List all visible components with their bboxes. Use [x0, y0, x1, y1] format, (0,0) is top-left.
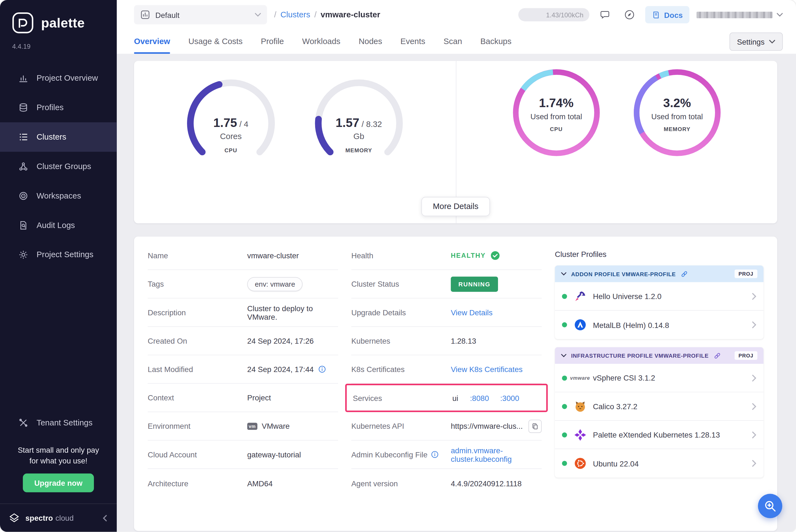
chevron-right-icon	[752, 374, 757, 381]
detail-row-k8s-certificates: K8s Certificates View K8s Certificates	[351, 355, 542, 384]
sidebar-item-audit-logs[interactable]: Audit Logs	[0, 211, 117, 240]
clusters-icon	[18, 132, 29, 142]
footer-brand-bold: spectro	[25, 514, 53, 522]
memory-gauge-value: 1.57	[336, 116, 359, 129]
detail-row-services-highlighted: Services ui :8080 :3000	[345, 384, 548, 412]
main-area: Default / Clusters / vmware-cluster 1.43…	[117, 0, 796, 532]
cpu-ring-subtitle: Used from total	[530, 112, 582, 120]
usage-credits-pill: 1.43/100kCh	[518, 8, 589, 21]
tab-profile[interactable]: Profile	[261, 30, 284, 54]
profile-pack-vsphere-csi[interactable]: vmware vSphere CSI 3.1.2	[555, 364, 764, 393]
sidebar-item-tenant-settings[interactable]: Tenant Settings	[0, 408, 117, 437]
profile-pack-metallb[interactable]: MetalLB (Helm) 0.14.8	[555, 310, 764, 339]
brand: palette	[0, 0, 117, 34]
metrics-card: 1.75 / 4 Cores CPU 1.57	[134, 61, 777, 223]
view-details-link[interactable]: View Details	[451, 308, 493, 317]
chevron-right-icon	[752, 293, 757, 300]
sidebar-item-project-overview[interactable]: Project Overview	[0, 63, 117, 93]
service-port-8080-link[interactable]: :8080	[470, 394, 489, 402]
tools-icon	[18, 417, 29, 428]
chevron-down-icon	[769, 40, 775, 44]
tab-workloads[interactable]: Workloads	[302, 30, 340, 54]
scope-badge: PROJ	[735, 351, 757, 360]
palette-logo-icon	[11, 11, 35, 35]
detail-row-last-modified: Last Modified 24 Sep 2024, 17:44	[148, 355, 338, 384]
settings-button[interactable]: Settings	[729, 33, 783, 51]
addon-profile-name: ADDON PROFILE VMWARE-PROFILE	[571, 271, 676, 277]
sidebar: palette 4.4.19 Project Overview Profiles…	[0, 0, 117, 532]
collapse-sidebar-icon[interactable]	[102, 514, 109, 521]
info-icon[interactable]	[318, 365, 326, 373]
addon-profile-header[interactable]: ADDON PROFILE VMWARE-PROFILE PROJ	[555, 265, 764, 282]
tab-usage-costs[interactable]: Usage & Costs	[188, 30, 243, 54]
details-middle-column: Health HEALTHY Cluster Status RUNNING	[351, 242, 542, 521]
project-chart-icon	[140, 10, 150, 20]
sidebar-item-profiles[interactable]: Profiles	[0, 93, 117, 122]
sidebar-item-workspaces[interactable]: Workspaces	[0, 181, 117, 211]
calico-icon	[573, 400, 587, 413]
info-icon[interactable]	[431, 451, 439, 458]
cpu-gauge: 1.75 / 4 Cores CPU	[183, 75, 279, 172]
more-details-button[interactable]: More Details	[421, 197, 490, 216]
project-selector[interactable]: Default	[134, 5, 267, 24]
account-menu[interactable]	[697, 11, 783, 18]
profile-pack-calico[interactable]: Calico 3.27.2	[555, 393, 764, 421]
link-icon[interactable]	[713, 352, 721, 359]
search-fab-button[interactable]	[758, 494, 782, 518]
detail-row-admin-kubeconfig: Admin Kubeconfig File admin.vmware-clust…	[351, 441, 542, 469]
link-icon[interactable]	[680, 270, 688, 278]
cpu-gauge-caption: CPU	[225, 147, 237, 153]
cluster-profiles-title: Cluster Profiles	[555, 250, 764, 258]
tab-backups[interactable]: Backups	[480, 30, 511, 54]
vmware-vm-icon: vm	[247, 422, 257, 430]
memory-gauge-total: / 8.32	[362, 120, 382, 128]
detail-row-kubernetes: Kubernetes 1.28.13	[351, 327, 542, 355]
tab-scan[interactable]: Scan	[443, 30, 462, 54]
infrastructure-profile-name: INFRASTRUCTURE PROFILE VMWARE-PROFILE	[571, 353, 708, 359]
chat-icon[interactable]	[596, 6, 614, 23]
cluster-tabs-bar: Overview Usage & Costs Profile Workloads…	[117, 30, 796, 54]
infrastructure-profile-header[interactable]: INFRASTRUCTURE PROFILE VMWARE-PROFILE PR…	[555, 347, 764, 364]
infrastructure-profile-section: INFRASTRUCTURE PROFILE VMWARE-PROFILE PR…	[555, 347, 764, 478]
chevron-down-icon	[255, 13, 261, 17]
sidebar-nav: Project Overview Profiles Clusters Clust…	[0, 63, 117, 269]
profile-pack-hello-universe[interactable]: Hello Universe 1.2.0	[555, 282, 764, 310]
view-k8s-certificates-link[interactable]: View K8s Certificates	[451, 365, 523, 374]
breadcrumb: / Clusters / vmware-cluster	[274, 10, 380, 19]
upgrade-now-button[interactable]: Upgrade now	[23, 474, 94, 492]
profile-pack-palette-extended-kubernetes[interactable]: Palette eXtended Kubernetes 1.28.13	[555, 421, 764, 449]
tab-nodes[interactable]: Nodes	[359, 30, 382, 54]
app-screen: palette 4.4.19 Project Overview Profiles…	[0, 0, 796, 532]
detail-row-description: Description Cluster to deploy to VMware.	[148, 299, 338, 327]
sidebar-item-clusters[interactable]: Clusters	[0, 122, 117, 152]
service-port-3000-link[interactable]: :3000	[500, 394, 519, 402]
breadcrumb-separator: /	[274, 10, 276, 19]
docs-button[interactable]: Docs	[645, 6, 689, 23]
health-status: HEALTHY	[451, 252, 486, 260]
sidebar-item-label: Tenant Settings	[37, 418, 93, 427]
breadcrumb-clusters-link[interactable]: Clusters	[280, 10, 310, 19]
cpu-gauge-unit: Cores	[220, 132, 242, 141]
sidebar-item-project-settings[interactable]: Project Settings	[0, 240, 117, 270]
chevron-right-icon	[752, 460, 757, 467]
profile-pack-ubuntu[interactable]: Ubuntu 22.04	[555, 449, 764, 477]
detail-row-agent-version: Agent version 4.4.9/20240912.1118	[351, 469, 542, 497]
docs-icon	[652, 11, 661, 19]
copy-icon[interactable]	[529, 419, 542, 433]
tab-events[interactable]: Events	[400, 30, 425, 54]
promo-text: Start small and only pay for what you us…	[9, 444, 108, 467]
breadcrumb-current: vmware-cluster	[321, 10, 380, 19]
sidebar-item-cluster-groups[interactable]: Cluster Groups	[0, 152, 117, 181]
admin-kubeconfig-link[interactable]: admin.vmware-cluster.kubeconfig	[451, 446, 542, 463]
tag-pill: env: vmware	[247, 277, 303, 291]
compass-icon[interactable]	[621, 6, 639, 23]
check-circle-icon	[490, 251, 500, 260]
tab-overview[interactable]: Overview	[134, 30, 170, 54]
chevron-right-icon	[752, 431, 757, 438]
memory-ring-caption: MEMORY	[664, 126, 690, 132]
detail-row-health: Health HEALTHY	[351, 242, 542, 270]
detail-row-tags: Tags env: vmware	[148, 270, 338, 299]
detail-row-architecture: Architecture AMD64	[148, 469, 338, 497]
detail-row-upgrade-details: Upgrade Details View Details	[351, 299, 542, 327]
chevron-down-icon	[561, 272, 567, 276]
